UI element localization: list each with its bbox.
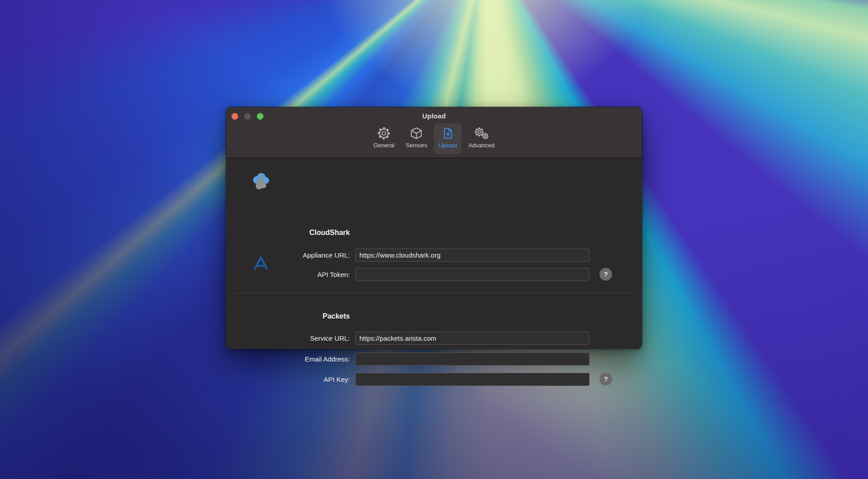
email-address-row: Email Address: bbox=[226, 352, 642, 366]
appliance-url-label: Appliance URL: bbox=[226, 249, 350, 262]
packets-heading: Packets bbox=[226, 312, 350, 320]
email-address-label: Email Address: bbox=[226, 352, 350, 366]
appliance-url-row: Appliance URL: bbox=[226, 249, 642, 262]
cloudshark-help-button[interactable]: ? bbox=[599, 268, 612, 281]
api-token-row: API Token: ? bbox=[226, 268, 642, 281]
tab-general-label: General bbox=[373, 142, 394, 149]
toolbar-tabs: General Sensors bbox=[226, 123, 642, 154]
tab-sensors-label: Sensors bbox=[406, 142, 427, 149]
section-divider bbox=[234, 293, 635, 293]
service-url-row: Service URL: bbox=[226, 332, 642, 345]
cube-icon bbox=[410, 126, 423, 141]
arista-logo-icon bbox=[252, 254, 270, 274]
api-key-label: API Key: bbox=[226, 373, 350, 386]
preferences-window: Upload General bbox=[226, 107, 642, 349]
cloudshark-heading: CloudShark bbox=[226, 229, 350, 237]
service-url-input[interactable] bbox=[355, 332, 590, 345]
upload-pane: CloudShark Appliance URL: API Token: ? P… bbox=[226, 158, 642, 349]
service-url-label: Service URL: bbox=[226, 332, 350, 345]
email-address-input[interactable] bbox=[355, 352, 590, 366]
tab-advanced[interactable]: Advanced bbox=[464, 123, 499, 154]
gear-icon bbox=[377, 126, 391, 141]
api-token-input[interactable] bbox=[355, 268, 590, 281]
appliance-url-input[interactable] bbox=[355, 249, 590, 262]
api-key-input[interactable] bbox=[355, 373, 590, 386]
window-title: Upload bbox=[226, 112, 642, 120]
titlebar: Upload General bbox=[226, 107, 642, 158]
tab-upload[interactable]: Upload bbox=[434, 123, 462, 154]
tab-general[interactable]: General bbox=[369, 123, 399, 154]
packets-help-button[interactable]: ? bbox=[599, 373, 612, 385]
cloudshark-icon bbox=[251, 172, 271, 193]
api-token-label: API Token: bbox=[226, 268, 350, 281]
tab-sensors[interactable]: Sensors bbox=[401, 123, 432, 154]
api-key-row: API Key: ? bbox=[226, 373, 642, 386]
tab-upload-label: Upload bbox=[439, 142, 457, 149]
tab-advanced-label: Advanced bbox=[468, 142, 495, 149]
upload-document-icon bbox=[441, 126, 455, 141]
double-gear-icon bbox=[473, 126, 490, 141]
